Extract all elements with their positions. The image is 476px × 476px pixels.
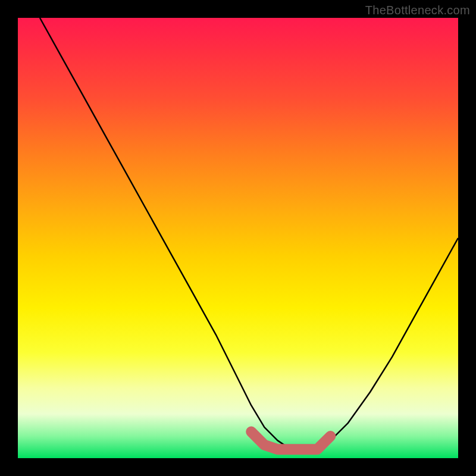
chart-container: TheBottleneck.com: [0, 0, 476, 476]
chart-svg: [18, 18, 458, 458]
watermark-text: TheBottleneck.com: [365, 4, 470, 17]
plot-area: [18, 18, 458, 458]
bottleneck-curve: [40, 18, 458, 449]
fit-marker: [251, 432, 330, 450]
